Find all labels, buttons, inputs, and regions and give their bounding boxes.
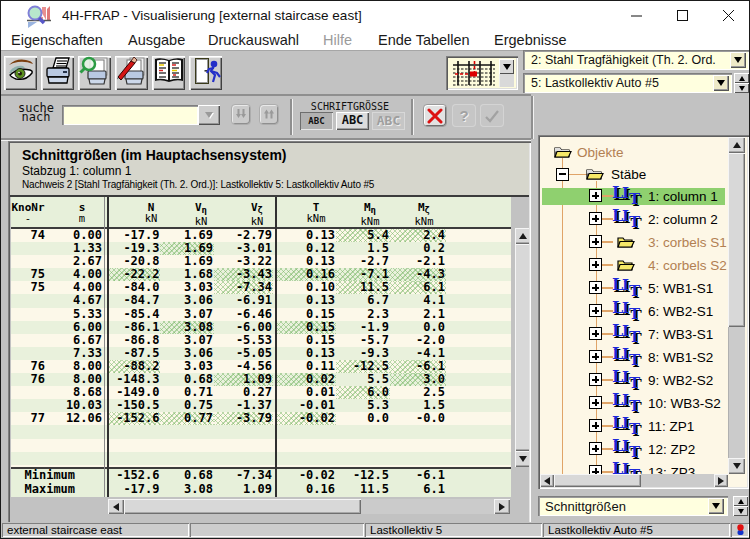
collapse-icon[interactable] xyxy=(556,168,569,181)
expand-icon[interactable] xyxy=(589,281,602,294)
minimize-button[interactable] xyxy=(613,1,659,30)
cell-value: 3.06 xyxy=(160,294,214,307)
expand-icon[interactable] xyxy=(589,258,602,271)
tree-vscroll-thumb[interactable] xyxy=(728,153,745,327)
nachweis-combo-dropdown[interactable] xyxy=(730,52,746,68)
tree-item-label: 11: ZP1 xyxy=(648,419,694,434)
menu-item-ergebnisse[interactable]: Ergebnisse xyxy=(494,32,567,48)
tree-item[interactable]: LIT 5: WB1-S1 xyxy=(540,279,728,297)
cell-knonr: 76 xyxy=(11,373,48,386)
cell-filler xyxy=(446,386,511,399)
cell-value: -2.0 xyxy=(390,334,447,347)
table-hscroll-thumb[interactable] xyxy=(124,499,361,514)
chevron-down-icon xyxy=(738,509,744,514)
menu-item-hilfe[interactable]: Hilfe xyxy=(323,32,352,48)
tree-item[interactable]: LIT 8: WB1-S2 xyxy=(540,348,728,366)
tree-item-label: 5: WB1-S1 xyxy=(648,281,713,296)
expand-icon[interactable] xyxy=(589,235,602,248)
table-scroll-up-button[interactable] xyxy=(515,228,529,244)
tree-item[interactable]: LIT 12: ZP2 xyxy=(540,440,728,458)
tree-item[interactable]: LIT 1: column 1 xyxy=(540,187,728,205)
result-type-dropdown[interactable] xyxy=(708,498,724,514)
printer-icon xyxy=(43,56,73,90)
tree-item[interactable]: LIT 2: column 2 xyxy=(540,210,728,228)
lit-icon: LIT xyxy=(612,346,648,368)
expand-icon[interactable] xyxy=(589,373,602,386)
tree-item-objekte[interactable]: Objekte xyxy=(540,144,728,162)
expand-icon[interactable] xyxy=(589,465,602,474)
menu-item-ausgabe[interactable]: Ausgabe xyxy=(128,32,185,48)
menu-item-ende-tabellen[interactable]: Ende Tabellen xyxy=(378,32,470,48)
tree-scroll-down-button[interactable] xyxy=(728,458,745,474)
expand-icon[interactable] xyxy=(589,304,602,317)
tree-item-staebe[interactable]: Stäbe xyxy=(540,166,728,184)
toolbar: 2: Stahl Tragfähigkeit (Th. 2. Ord. 5: L… xyxy=(1,52,749,94)
tree-item-label: Stäbe xyxy=(611,167,646,182)
tree-scroll-left-button[interactable] xyxy=(540,474,554,487)
book-icon xyxy=(153,56,185,90)
lastkollektiv-combo-dropdown[interactable] xyxy=(713,75,729,91)
tree-item[interactable]: LIT 7: WB3-S1 xyxy=(540,325,728,343)
expand-icon[interactable] xyxy=(589,327,602,340)
expand-icon[interactable] xyxy=(589,212,602,225)
toolbar-button-eye[interactable] xyxy=(4,56,37,90)
tree-item[interactable]: LIT 11: ZP1 xyxy=(540,417,728,435)
tree-item[interactable]: LIT 13: ZP3 xyxy=(540,463,728,474)
table-row: 7.33-87.53.06-5.050.13-9.3-4.1 xyxy=(11,347,511,360)
tree-item[interactable]: LIT 6: WB2-S1 xyxy=(540,302,728,320)
menu-item-druckauswahl[interactable]: Druckauswahl xyxy=(208,32,299,48)
tree-item[interactable]: LIT 9: WB2-S2 xyxy=(540,371,728,389)
spinner-down-button[interactable] xyxy=(734,83,749,93)
maximize-button[interactable] xyxy=(659,1,705,30)
expand-icon[interactable] xyxy=(589,419,602,432)
cell-s: 5.33 xyxy=(48,308,104,321)
column-unit: kN xyxy=(195,216,208,227)
spinner-up-button[interactable] xyxy=(733,496,748,506)
column-unit: kN xyxy=(145,213,158,224)
cell-filler xyxy=(446,399,511,412)
summary-value: 6.1 xyxy=(390,483,447,497)
tree-item[interactable]: 4: corbels S2 xyxy=(540,256,728,274)
result-type-combo[interactable]: Schnittgrößen xyxy=(538,496,728,516)
tree-scroll-up-button[interactable] xyxy=(728,137,745,153)
question-icon: ? xyxy=(459,107,468,124)
tree-item[interactable]: LIT 10: WB3-S2 xyxy=(540,394,728,412)
table-scroll-right-button[interactable] xyxy=(494,499,510,514)
cell-knonr xyxy=(11,308,48,321)
expand-icon[interactable] xyxy=(589,189,602,202)
search-input[interactable] xyxy=(62,105,198,125)
cell-filler xyxy=(446,255,511,268)
column-header-3: VηkN xyxy=(195,202,208,227)
table-scroll-left-button[interactable] xyxy=(108,499,124,514)
search-dropdown-disabled xyxy=(198,105,220,125)
table-scroll-down-button[interactable] xyxy=(515,451,529,467)
menu-item-eigenschaften[interactable]: Eigenschaften xyxy=(11,32,103,48)
spinner-down-button[interactable] xyxy=(733,506,748,516)
cell-value: -86.1 xyxy=(109,321,160,334)
close-table-button[interactable] xyxy=(423,104,447,127)
expand-icon[interactable] xyxy=(589,396,602,409)
lastkollektiv-combo[interactable]: 5: Lastkollektiv Auto #5 xyxy=(523,73,732,93)
search-prev-button xyxy=(259,104,279,125)
nachweis-combo[interactable]: 2: Stahl Tragfähigkeit (Th. 2. Ord. xyxy=(523,50,749,70)
table-vscroll-thumb[interactable] xyxy=(515,244,529,451)
table-selector[interactable] xyxy=(446,56,518,90)
fontsize-medium-button[interactable]: ABC xyxy=(336,112,369,130)
toolbar-button-print-select[interactable] xyxy=(115,56,148,90)
column-unit: kN xyxy=(251,216,264,227)
spinner-up-button[interactable] xyxy=(734,73,749,83)
tree-item[interactable]: 3: corbels S1 xyxy=(540,233,728,251)
tree-hscroll-thumb[interactable] xyxy=(554,474,641,487)
toolbar-button-printer[interactable] xyxy=(41,56,74,90)
toolbar-button-print-preview[interactable] xyxy=(78,56,111,90)
tree-scroll-right-button[interactable] xyxy=(714,474,728,487)
lit-icon: LIT xyxy=(612,208,648,230)
close-button[interactable] xyxy=(705,1,750,30)
cell-value: 3.08 xyxy=(160,321,214,334)
toolbar-button-exit[interactable] xyxy=(189,56,222,90)
fontsize-small-button[interactable]: ABC xyxy=(300,112,333,130)
expand-icon[interactable] xyxy=(589,350,602,363)
toolbar-button-book[interactable] xyxy=(152,56,185,90)
expand-icon[interactable] xyxy=(589,442,602,455)
table-selector-dropdown[interactable] xyxy=(499,59,514,74)
